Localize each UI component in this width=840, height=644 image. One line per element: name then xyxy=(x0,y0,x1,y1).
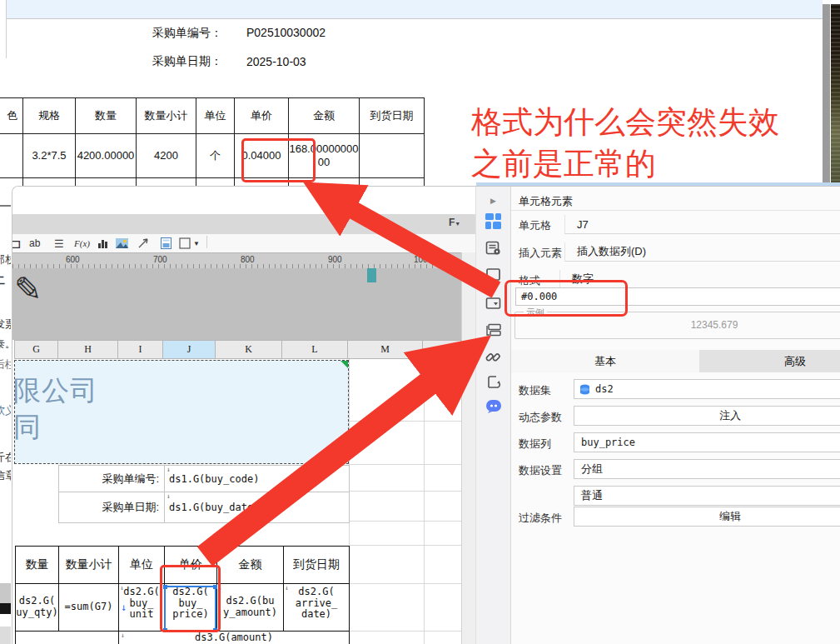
background-text-fragment: 发票 xyxy=(0,317,11,332)
dynamic-param-label: 动态参数 xyxy=(519,410,562,425)
red-annotation-box-pattern xyxy=(504,280,628,317)
designer-sidebar: ▶ xyxy=(475,187,510,644)
dataset-field[interactable]: ds2 xyxy=(574,379,840,399)
align-icon[interactable]: ☰ xyxy=(54,236,64,251)
table-header-cell: 色 xyxy=(0,98,23,134)
cell-code-value[interactable]: ↓ds1.G(buy_code) xyxy=(164,465,350,492)
column-header-l[interactable]: L xyxy=(281,340,348,359)
chart-icon[interactable] xyxy=(97,236,108,251)
column-header-extra[interactable] xyxy=(422,340,461,359)
panel-title: 单元格元素 xyxy=(519,194,573,209)
table-header-cell: 规格 xyxy=(23,98,76,134)
background-text-fragment: 后柱 xyxy=(0,357,11,372)
browser-scrollbar[interactable] xyxy=(823,4,830,182)
table-header-cell: 金额 xyxy=(289,98,360,134)
dynamic-param-button[interactable]: 注入 xyxy=(574,406,840,426)
filter-edit-button[interactable]: 编辑 xyxy=(574,507,840,527)
background-fragment xyxy=(0,603,11,614)
ruler-position-marker xyxy=(367,268,376,282)
clipped-toolbar-icon: ⊐ xyxy=(12,236,21,251)
table-header-cell: 数量小计 xyxy=(137,98,196,134)
sheet-vertical-scrollbar[interactable] xyxy=(461,252,476,644)
cell-g7[interactable]: ds2.G(uy_qty) xyxy=(15,583,59,632)
column-header-i[interactable]: I xyxy=(117,340,163,359)
table-cell: 个 xyxy=(196,134,235,178)
properties-panel: 单元格元素 单元格 J7 插入元素 插入数据列(D) 格式 数字 #0.000 … xyxy=(510,187,840,644)
table-header-cell: 单价 xyxy=(235,98,289,134)
insert-element-field[interactable]: 插入数据列(D) xyxy=(564,242,840,262)
report-block-icon[interactable] xyxy=(161,236,171,251)
table-cell: 4200.00000 xyxy=(76,134,137,178)
table-cell xyxy=(360,134,425,178)
horizontal-ruler: 600 700 800 900 1000 xyxy=(12,252,461,270)
cell-footer-empty[interactable] xyxy=(15,631,119,644)
line-tool-icon[interactable] xyxy=(137,236,149,251)
table-header-cell: 数量 xyxy=(76,98,137,134)
pencil-icon: ✎ xyxy=(14,270,42,308)
column-header-k[interactable]: K xyxy=(215,340,282,359)
t2-header-unit[interactable]: 单位 xyxy=(118,546,165,584)
dropdown-caret-icon[interactable]: ▼ xyxy=(193,236,200,251)
tab-advanced[interactable]: 高级 xyxy=(699,350,840,372)
t2-header-subtotal[interactable]: 数量小计 xyxy=(58,546,119,584)
cell-element-icon[interactable] xyxy=(476,213,510,229)
cell-date-value[interactable]: ↓ds1.G(buy_date) xyxy=(164,492,350,523)
column-header-m[interactable]: M xyxy=(347,340,423,359)
background-text-fragment: 软义 xyxy=(0,403,11,418)
column-header-g[interactable]: G xyxy=(14,340,58,359)
red-annotation-box-cell xyxy=(160,565,221,632)
ruler-label: 600 xyxy=(66,255,80,264)
float-element-icon[interactable] xyxy=(476,322,510,337)
cell-ref-field[interactable]: J7 xyxy=(564,215,840,234)
red-annotation-box-price xyxy=(241,138,316,182)
column-header-j[interactable]: J xyxy=(162,340,216,359)
annotation-text: 格式为什么会突然失效 之前是正常的 xyxy=(471,102,779,185)
cell-h7[interactable]: =sum(G7) xyxy=(58,583,119,632)
designer-window: F▼ ⊐ ab ☰ F(x) ▼ xyxy=(12,186,840,644)
cell-code-label[interactable]: 采购单编号: xyxy=(58,465,165,492)
cell-footer-amount[interactable]: ↓ds3.G(amount) xyxy=(118,631,350,644)
filter-label: 过滤条件 xyxy=(519,511,562,526)
cell-attribute-icon[interactable] xyxy=(476,240,510,256)
cell-date-label[interactable]: 采购单日期: xyxy=(58,492,165,523)
t2-header-qty[interactable]: 数量 xyxy=(15,546,59,584)
cell-corner-marker xyxy=(340,361,348,368)
formula-icon[interactable]: F(x) xyxy=(74,236,90,251)
dataset-label: 数据集 xyxy=(519,383,551,398)
hyperlink-icon[interactable] xyxy=(476,348,510,366)
browser-topbar xyxy=(7,0,823,19)
corner-expand-icon[interactable]: F▼ xyxy=(449,217,460,228)
sample-value: 12345.679 xyxy=(515,319,840,331)
t2-header-amount[interactable]: 金额 xyxy=(216,546,284,584)
ruler-label: 700 xyxy=(153,255,167,264)
designer-secondary-bar: F▼ xyxy=(12,214,475,234)
preview-order-date-value: 2025-10-03 xyxy=(246,55,306,68)
data-setting-label: 数据设置 xyxy=(519,463,562,478)
tab-basic[interactable]: 基本 xyxy=(511,350,699,372)
cell-ref-label: 单元格 xyxy=(519,218,551,233)
cell-l7[interactable]: ↓ ds2.G(arrive_date) xyxy=(283,583,350,632)
present-format-icon[interactable] xyxy=(476,374,510,390)
cell-k7[interactable]: ↓ ds2.G(buy_amount) xyxy=(216,583,284,632)
chat-assistant-icon[interactable] xyxy=(476,399,510,414)
data-column-field[interactable]: buy_price xyxy=(574,432,840,452)
annotation-line-2: 之前是正常的 xyxy=(471,143,779,185)
rectangle-tool-icon[interactable] xyxy=(179,236,191,251)
column-header-h[interactable]: H xyxy=(57,340,118,359)
ruler-label: 800 xyxy=(241,255,255,264)
data-setting-select[interactable]: 分组 xyxy=(574,459,840,479)
widget-icon[interactable] xyxy=(476,267,510,282)
annotation-line-1: 格式为什么会突然失效 xyxy=(471,102,779,143)
merged-title-cell[interactable]: 限公司 同 xyxy=(14,360,349,464)
data-setting-select-2[interactable]: 普通 xyxy=(574,486,840,506)
cell-i7[interactable]: ↓ ↓ ds2.G(buy_unit xyxy=(118,583,165,632)
text-tool-icon[interactable]: ab xyxy=(29,236,40,251)
collapse-panel-icon[interactable]: ▶ xyxy=(476,197,510,205)
designer-titlebar xyxy=(12,187,475,214)
table-header-cell: 单位 xyxy=(196,98,235,134)
t2-header-arrive[interactable]: 到货日期 xyxy=(283,546,350,584)
designer-toolbar: ⊐ ab ☰ F(x) ▼ xyxy=(12,234,475,253)
image-icon[interactable] xyxy=(116,236,128,251)
spreadsheet-area[interactable]: 限公司 同 采购单编号: ↓ds1.G(buy_code) 采购单日期: ↓ds… xyxy=(14,359,461,644)
ruler-label: 900 xyxy=(328,255,342,264)
